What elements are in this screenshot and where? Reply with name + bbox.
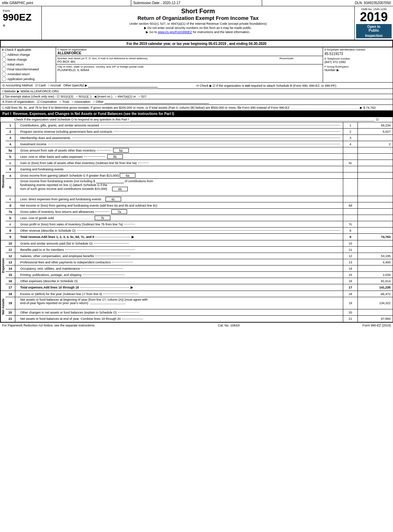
check-schedule-o-box: ☑ (376, 118, 379, 121)
footer-row: For Paperwork Reduction Act Notice, see … (0, 322, 393, 328)
amount-19: 134,322 (358, 297, 393, 309)
linenum-7b: b (6, 215, 15, 221)
desc-6: Gaming and fundraising events (15, 166, 343, 172)
linenum-3: 3 (6, 135, 15, 141)
expense-row-17: 17 Total expenses. Add lines 10 through … (6, 284, 393, 291)
initial-label: Initial return (7, 63, 24, 66)
linenum-18: 18 (6, 291, 15, 297)
accounting-right: H Check ▶ ☑ if the organization is not r… (197, 84, 391, 87)
efile-label: efile GRAPHIC print (0, 0, 131, 6)
title-section: Form 990EZ ⊕ Short Form Return of Organi… (0, 6, 393, 40)
linenum-1: 1 (6, 122, 15, 128)
name-radio[interactable] (2, 57, 6, 62)
desc-5c: Gain or (loss) from sale of assets other… (15, 160, 343, 166)
form-symbol: ⊕ (3, 24, 6, 27)
expense-row-11: 11 Benefits paid to or for members 11 (6, 247, 393, 253)
linenum-2: 2 (6, 129, 15, 134)
l-row: L Add lines 5b, 6c, and 7b to line 9 to … (0, 105, 393, 111)
j-text: (check only one) - ☑ 501(c)(3) ○ 501(c)(… (31, 95, 146, 98)
name-address-col: C Name of organization ALLENFORCE Number… (56, 47, 323, 82)
form-ref: Form 990-EZ (2019) (362, 324, 391, 327)
employer-title: D Employer identification number (324, 48, 391, 51)
k-label: K Form of organization: (2, 100, 35, 103)
linenum-14: 14 (6, 265, 15, 271)
ref-8: 8 (343, 228, 358, 233)
ref-7c: 7c (343, 221, 358, 227)
revenue-row-7b: b Less: cost of goods sold . . . . . . .… (6, 215, 393, 221)
ref-6d: 6d (343, 202, 358, 208)
org-name-value: ALLENFORCE (57, 51, 321, 55)
check-name-section: B Check if applicable: Address change Na… (0, 47, 393, 83)
return-title: Return of Organization Exempt From Incom… (43, 15, 353, 21)
ref-14: 14 (343, 265, 358, 271)
amount-17: 141,235 (358, 284, 393, 291)
city-label: City or town, state or province, country… (57, 65, 321, 68)
h-text: if the organization is not required to a… (217, 84, 337, 87)
final-radio[interactable] (2, 67, 6, 71)
accounting-row: G Accounting Method: ☑ Cash ○ Accrual Ot… (0, 83, 393, 89)
website-url: WWW.ALLENFORCE.ORG (21, 90, 59, 93)
irs-link[interactable]: www.irs.gov/Form990EZ (158, 30, 192, 34)
g-label: G Accounting Method: (2, 84, 33, 87)
linenum-16: 16 (6, 278, 15, 284)
desc-5a: Gross amount from sale of assets other t… (15, 147, 343, 153)
desc-1: Contributions, gifts, grants, and simila… (15, 122, 343, 128)
ref-15: 15 (343, 272, 358, 278)
amount-6a (358, 172, 393, 178)
linenum-6: 6 (6, 166, 15, 172)
submission-date: Submission Date - 2020-12-17 (131, 0, 262, 6)
desc-6b: Gross income from fundraising events (no… (15, 179, 343, 196)
under-section: Under section 501(c), 527, or 4947(a)(1)… (43, 22, 353, 25)
ref-12: 12 (343, 253, 358, 259)
page: efile GRAPHIC print Submission Date - 20… (0, 0, 393, 328)
l-dots: . . . . . . . . . . . . . . . . . . . . … (290, 106, 359, 109)
address-label: Address change (7, 53, 30, 56)
association-label: Association (74, 100, 91, 103)
inspection-label: Inspection (356, 33, 392, 38)
linenum-6b: b (6, 179, 15, 196)
linenum-11: 11 (6, 247, 15, 253)
phone-value: (847) 372-1092 (324, 60, 391, 64)
ref-1: 1 (343, 122, 358, 128)
linenum-4: 4 (6, 141, 15, 147)
desc-6a: Gross income from gaming (attach Schedul… (15, 172, 343, 178)
amount-11 (358, 247, 393, 253)
revenue-row-6b: b Gross income from fundraising events (… (6, 179, 393, 196)
revenue-row-7c: c Gross profit or (loss) from sales of i… (6, 221, 393, 228)
l-arrow: ▶ $ (360, 106, 366, 109)
desc-6d: Net income or (loss) from gaming and fun… (15, 202, 343, 208)
amount-7a (358, 209, 393, 215)
linenum-5b: b (6, 154, 15, 160)
net-assets-sidebar: Net Assets (0, 291, 6, 322)
expense-row-14: 14 Occupancy, rent, utilities, and maint… (6, 265, 393, 272)
phone-label: E Telephone number (324, 57, 391, 60)
go-to: ▶ Go to www.irs.gov/Form990EZ for instru… (43, 30, 353, 34)
name-change-label: Name change (7, 58, 27, 61)
ref-13: 13 (343, 259, 358, 265)
application-radio[interactable] (2, 77, 6, 81)
ref-19: 19 (343, 297, 358, 309)
i-label: I Website: ▶ (2, 90, 19, 93)
amount-20 (358, 309, 393, 315)
accounting-left: G Accounting Method: ☑ Cash ○ Accrual Ot… (2, 84, 197, 87)
city-row: City or town, state or province, country… (56, 64, 323, 72)
amount-13: 4,400 (358, 259, 393, 265)
linenum-7a: 7a (6, 209, 15, 215)
ref-7b (343, 215, 358, 221)
check-row-name: Name change (2, 57, 54, 62)
accrual-checkbox: ○ (48, 84, 49, 87)
amount-1: 69,234 (358, 122, 393, 128)
desc-6c: Less: direct expenses from gaming and fu… (15, 196, 343, 202)
amount-2: 5,527 (358, 129, 393, 134)
ref-6 (343, 166, 358, 172)
linenum-13: 13 (6, 259, 15, 265)
group-exempt-label2: Number ▶ (324, 68, 391, 72)
l-text: L Add lines 5b, 6c, and 7b to line 9 to … (2, 106, 290, 109)
address-radio[interactable] (2, 52, 6, 57)
net-row-18: 18 Excess or (deficit) for the year (Sub… (6, 291, 393, 297)
amended-label: Amended return (7, 72, 30, 76)
amended-radio[interactable] (2, 72, 6, 76)
city-value: PLAINFIELD, IL 60544 (57, 68, 321, 72)
part-i-label: Part I (2, 112, 11, 116)
initial-radio[interactable] (2, 62, 6, 67)
